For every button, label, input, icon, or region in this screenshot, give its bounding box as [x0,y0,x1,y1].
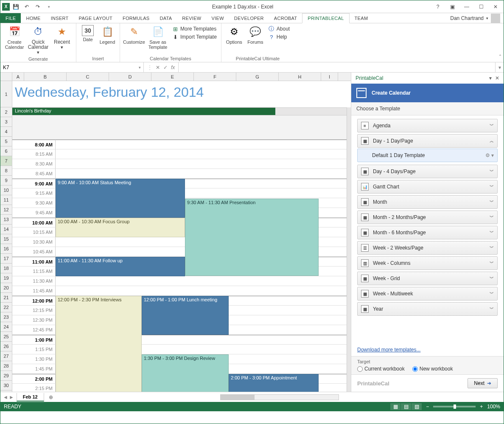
row-header[interactable]: 23 [0,312,12,322]
row-header[interactable]: 19 [0,273,12,283]
legend-button[interactable]: 📋Legend [98,24,117,45]
template-item[interactable]: ▦Day - 1 Day/Page︽ [357,134,498,148]
tab-file[interactable]: FILE [0,13,21,23]
maximize-icon[interactable]: ☐ [475,2,487,12]
calendar-event[interactable]: 1:30 PM - 3:00 PM Design Review [142,354,229,392]
tab-view[interactable]: VIEW [207,13,229,23]
row-header[interactable]: 17 [0,254,12,264]
tab-home[interactable]: HOME [21,13,45,23]
row-header[interactable]: 4 [0,127,12,137]
row-header[interactable]: 28 [0,361,12,371]
template-item[interactable]: ☰Week - 2 Weeks/Page︾ [357,241,498,255]
next-button[interactable]: Next➜ [468,378,498,388]
row-header[interactable]: 13 [0,215,12,225]
col-header[interactable]: F [194,73,236,81]
col-header[interactable]: A [12,73,24,81]
col-header[interactable]: I [321,73,338,81]
row-header[interactable]: 27 [0,351,12,361]
template-item[interactable]: ≡Agenda︾ [357,119,498,132]
date-button[interactable]: 30Date [79,24,97,43]
template-item[interactable]: ▦Month - 6 Months/Page︾ [357,226,498,239]
accept-formula-icon[interactable]: ✓ [163,65,168,70]
template-item[interactable]: 📊Gantt Chart︾ [357,180,498,194]
template-item[interactable]: ▦Month︾ [357,195,498,209]
pane-dropdown-icon[interactable]: ▾ [489,75,492,81]
row-header[interactable]: 3 [0,117,12,127]
create-calendar-button[interactable]: 📅Create Calendar [3,24,26,51]
row-header[interactable]: 31 [0,390,12,392]
row-header[interactable]: 24 [0,322,12,332]
row-header[interactable]: 21 [0,293,12,303]
calendar-event[interactable]: 2:00 PM - 3:00 PM Appointment [229,374,319,392]
row-header[interactable]: 5 [0,137,12,146]
save-as-template-button[interactable]: 📄Save as Template [146,24,169,51]
template-item[interactable]: ▦Month - 2 Months/Page︾ [357,211,498,224]
template-item[interactable]: ▦Week - Multiweek︾ [357,287,498,300]
tab-page-layout[interactable]: PAGE LAYOUT [74,13,118,23]
name-box[interactable]: ▾ [0,62,144,72]
select-all-corner[interactable] [0,73,12,81]
download-templates-link[interactable]: Download more templates... [351,343,504,356]
row-header[interactable]: 7 [0,156,12,166]
row-header[interactable]: 8 [0,166,12,176]
row-header[interactable]: 15 [0,234,12,244]
tab-developer[interactable]: DEVELOPER [229,13,269,23]
col-header[interactable]: H [279,73,321,81]
row-header[interactable]: 20 [0,283,12,293]
row-header[interactable]: 2 [0,107,12,117]
help-icon[interactable]: ? [431,2,444,12]
row-header[interactable]: 29 [0,371,12,381]
qat-dropdown-icon[interactable]: ▾ [44,2,54,12]
row-header[interactable]: 1 [0,81,12,107]
ribbon-display-icon[interactable]: ▣ [446,2,459,12]
col-header[interactable]: E [151,73,194,81]
close-icon[interactable]: ✕ [489,2,502,12]
row-header[interactable]: 30 [0,381,12,390]
zoom-in-icon[interactable]: + [480,404,483,410]
cancel-formula-icon[interactable]: ✕ [156,65,160,70]
col-header[interactable]: C [67,73,109,81]
redo-icon[interactable]: ↷ [33,2,43,12]
expand-formula-bar-icon[interactable]: ▾ [495,62,504,72]
about-button[interactable]: ⓘAbout [266,25,291,33]
pane-close-icon[interactable]: ✕ [495,75,499,81]
more-templates-button[interactable]: ⊞More Templates [170,25,218,33]
row-header[interactable]: 16 [0,244,12,254]
sheet-nav-next-icon[interactable]: ► [9,394,14,400]
row-header[interactable]: 14 [0,225,12,234]
template-item[interactable]: ▦Day - 4 Days/Page︾ [357,165,498,178]
calendar-event[interactable]: 9:00 AM - 10:00 AM Status Meeting [56,179,185,218]
row-header[interactable]: 25 [0,332,12,342]
normal-view-icon[interactable]: ▦ [390,403,400,410]
tab-acrobat[interactable]: ACROBAT [269,13,302,23]
quick-calendar-button[interactable]: ⏱Quick Calendar▾ [27,24,50,56]
fx-icon[interactable]: fx [171,65,175,70]
tab-insert[interactable]: INSERT [46,13,74,23]
calendar-event[interactable]: 9:30 AM - 11:30 AM Presentation [185,199,319,276]
row-header[interactable]: 6 [0,146,12,156]
user-name[interactable]: Dan Chartrand [450,15,484,21]
calendar-event[interactable]: 12:00 PM - 2:30 PM Interviews [56,296,142,392]
row-header[interactable]: 12 [0,205,12,215]
target-current-radio[interactable]: Current workbook [357,366,405,372]
template-sub-item[interactable]: Default 1 Day Template⚙ ▾ [357,149,498,162]
tab-formulas[interactable]: FORMULAS [118,13,155,23]
calendar-event[interactable]: 10:00 AM - 10:30 AM Focus Group [56,218,185,237]
horizontal-scrollbar[interactable] [220,394,339,400]
col-header[interactable]: B [24,73,67,81]
row-header[interactable]: 10 [0,185,12,195]
help-button[interactable]: ?Help [266,33,291,41]
template-item[interactable]: ▥Week - Columns︾ [357,256,498,270]
row-header[interactable]: 11 [0,195,12,205]
col-header[interactable]: G [236,73,279,81]
row-header[interactable]: 18 [0,264,12,273]
page-layout-view-icon[interactable]: ▤ [401,403,411,410]
sheet-tab[interactable]: Feb 12 [17,393,44,402]
zoom-slider[interactable] [433,406,476,407]
col-header[interactable]: D [109,73,151,81]
row-header[interactable]: 9 [0,176,12,185]
options-button[interactable]: ⚙Options [224,24,244,45]
collapse-ribbon-icon[interactable]: ˆ [499,54,501,60]
import-template-button[interactable]: ⬇Import Template [170,33,218,41]
forums-button[interactable]: 💬Forums [245,24,266,45]
